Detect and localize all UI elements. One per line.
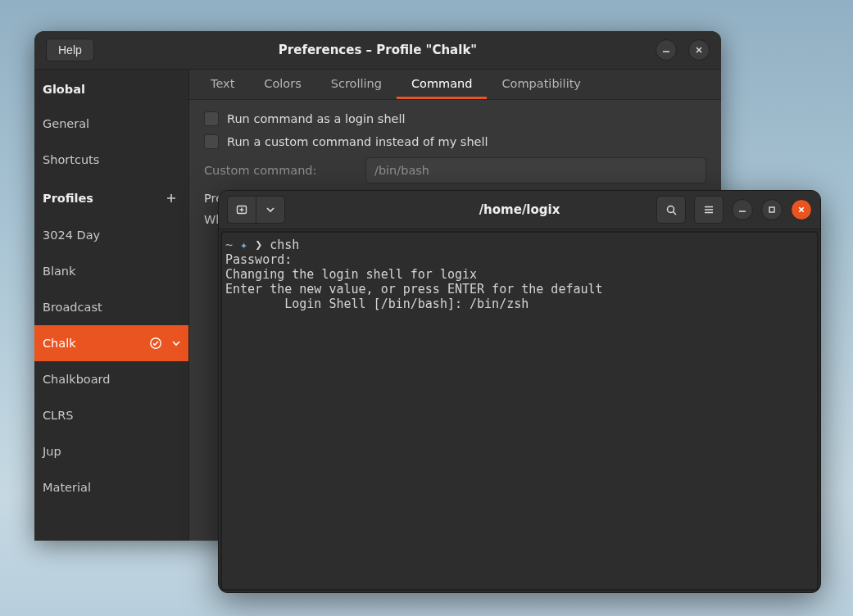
sidebar-heading-global-label: Global (43, 83, 85, 96)
sidebar-item-profile[interactable]: Chalkboard (34, 361, 188, 397)
sidebar-item-profile[interactable]: Jup (34, 433, 188, 469)
default-profile-icon (149, 337, 162, 350)
prompt-arrow-icon: ❯ (255, 238, 270, 252)
search-icon (665, 204, 678, 216)
tab-text[interactable]: Text (196, 70, 249, 99)
sidebar-item-label: Jup (43, 445, 61, 458)
sidebar-item-profile[interactable]: Blank (34, 253, 188, 289)
terminal-maximize-button[interactable] (761, 199, 783, 220)
maximize-icon (768, 206, 776, 214)
custom-command-entry[interactable]: /bin/bash (365, 157, 706, 183)
tab-colors[interactable]: Colors (249, 70, 315, 99)
sidebar-item-label: 3024 Day (43, 229, 100, 242)
prefs-sidebar: Global General Shortcuts Profiles 3024 D… (34, 70, 189, 541)
prefs-window-controls (656, 39, 721, 61)
sidebar-item-label: General (43, 117, 89, 130)
prompt-tilde: ~ (225, 238, 240, 252)
terminal-right-controls (656, 196, 812, 224)
tab-command[interactable]: Command (397, 70, 488, 99)
term-line: Login Shell [/bin/bash]: /bin/zsh (225, 297, 529, 311)
minimize-icon (662, 46, 670, 54)
custom-command-checkbox[interactable] (204, 134, 219, 149)
hamburger-icon (703, 204, 715, 215)
terminal-close-button[interactable] (791, 199, 812, 220)
term-line: Enter the new value, or press ENTER for … (225, 282, 603, 297)
sidebar-item-label: Chalkboard (43, 373, 111, 386)
sidebar-item-general[interactable]: General (34, 106, 188, 142)
close-icon (797, 206, 805, 214)
login-shell-row: Run command as a login shell (204, 111, 706, 126)
terminal-headerbar: /home/logix (219, 191, 820, 229)
terminal-output: ~ ✦ ❯ chsh Password: Changing the login … (225, 238, 814, 311)
sidebar-item-profile[interactable]: 3024 Day (34, 217, 188, 253)
hamburger-menu-button[interactable] (694, 196, 724, 224)
plus-icon (166, 192, 177, 204)
term-line: Password: (225, 252, 292, 267)
login-shell-checkbox[interactable] (204, 111, 219, 126)
prefs-tabbar: Text Colors Scrolling Command Compatibil… (189, 70, 721, 100)
sidebar-item-shortcuts[interactable]: Shortcuts (34, 142, 188, 178)
terminal-minimize-button[interactable] (732, 199, 753, 220)
sidebar-heading-profiles-label: Profiles (43, 192, 93, 205)
close-button[interactable] (688, 39, 710, 61)
svg-rect-15 (769, 207, 774, 212)
terminal-body[interactable]: ~ ✦ ❯ chsh Password: Changing the login … (220, 231, 819, 591)
sidebar-item-label: Material (43, 481, 91, 494)
tab-scrolling[interactable]: Scrolling (316, 70, 397, 99)
new-tab-icon (235, 203, 248, 216)
sidebar-item-label: Shortcuts (43, 153, 99, 166)
new-tab-linked (227, 196, 285, 224)
chevron-down-icon (266, 206, 275, 214)
sidebar-item-profile[interactable]: Broadcast (34, 289, 188, 325)
prefs-title: Preferences – Profile "Chalk" (34, 43, 721, 57)
sidebar-item-profile-active[interactable]: Chalk (34, 325, 188, 361)
sidebar-item-label: CLRS (43, 409, 73, 422)
search-button[interactable] (656, 196, 686, 224)
prefs-headerbar: Help Preferences – Profile "Chalk" (34, 31, 721, 70)
custom-command-label: Run a custom command instead of my shell (227, 135, 488, 148)
custom-command-row: Run a custom command instead of my shell (204, 134, 706, 149)
sidebar-item-label: Broadcast (43, 301, 102, 314)
svg-point-9 (667, 206, 674, 212)
terminal-window: /home/logix ~ ✦ ❯ chsh Password: Changin… (218, 190, 821, 593)
term-cmd: chsh (270, 238, 299, 252)
login-shell-label: Run command as a login shell (227, 112, 406, 125)
chevron-down-icon (172, 339, 180, 347)
term-line: Changing the login shell for logix (225, 267, 477, 282)
help-button[interactable]: Help (46, 38, 94, 61)
sidebar-item-profile[interactable]: Material (34, 469, 188, 505)
new-tab-button[interactable] (227, 196, 256, 224)
minimize-button[interactable] (656, 39, 677, 61)
svg-line-10 (673, 211, 676, 215)
profile-menu-button[interactable] (172, 339, 180, 347)
sidebar-item-label: Blank (43, 265, 75, 278)
tab-compatibility[interactable]: Compatibility (487, 70, 595, 99)
sidebar-item-profile[interactable]: CLRS (34, 397, 188, 433)
sidebar-item-label: Chalk (43, 337, 76, 350)
sidebar-heading-global: Global (34, 71, 188, 106)
add-profile-button[interactable] (162, 189, 180, 207)
minimize-icon (738, 206, 746, 214)
close-icon (695, 46, 703, 54)
new-tab-menu-button[interactable] (256, 196, 285, 224)
custom-command-field-row: Custom command: /bin/bash (204, 157, 706, 183)
check-circle-icon (149, 337, 162, 350)
prompt-sparkle-icon: ✦ (240, 238, 255, 252)
sidebar-heading-profiles: Profiles (34, 178, 188, 217)
custom-command-field-label: Custom command: (204, 164, 356, 177)
